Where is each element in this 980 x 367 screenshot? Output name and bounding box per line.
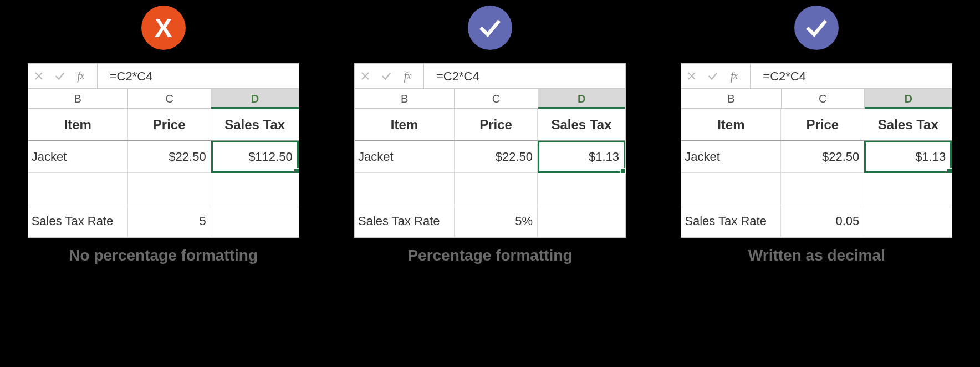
table-row: Jacket $22.50 $1.13 (355, 141, 625, 173)
col-header-d[interactable]: D (865, 89, 952, 109)
table-header-row: Item Price Sales Tax (355, 109, 625, 141)
cell-empty[interactable] (28, 173, 128, 205)
formula-input[interactable]: =C2*C4 (753, 67, 950, 86)
cancel-icon[interactable] (28, 64, 49, 88)
formula-bar: fx =C2*C4 (355, 64, 625, 89)
cell-price[interactable]: $22.50 (455, 141, 538, 173)
table-row (355, 173, 625, 205)
cell-empty[interactable] (864, 205, 952, 237)
cell-rate-label[interactable]: Sales Tax Rate (681, 205, 781, 237)
cell-rate-label[interactable]: Sales Tax Rate (28, 205, 128, 237)
col-header-c[interactable]: C (782, 89, 865, 109)
example-panel: fx =C2*C4 B C D Item Price Sales Tax Jac… (354, 6, 626, 264)
cell-tax-selected[interactable]: $112.50 (211, 141, 299, 173)
formula-input[interactable]: =C2*C4 (100, 67, 297, 86)
col-header-b[interactable]: B (355, 89, 455, 109)
cell-empty[interactable] (538, 205, 625, 237)
header-item[interactable]: Item (28, 109, 128, 141)
cell-empty[interactable] (211, 205, 299, 237)
cell-item[interactable]: Jacket (28, 141, 128, 173)
formula-bar: fx =C2*C4 (28, 64, 299, 89)
example-panel: fx =C2*C4 B C D Item Price Sales Tax Jac… (681, 6, 952, 264)
cell-empty[interactable] (455, 173, 538, 205)
cell-empty[interactable] (355, 173, 455, 205)
cell-item[interactable]: Jacket (355, 141, 455, 173)
table-row: Jacket $22.50 $1.13 (681, 141, 952, 173)
table-header-row: Item Price Sales Tax (28, 109, 299, 141)
caption: Percentage formatting (407, 247, 572, 264)
cell-rate[interactable]: 5% (455, 205, 538, 237)
caption: Written as decimal (748, 247, 885, 264)
table-row (28, 173, 299, 205)
cell-rate[interactable]: 0.05 (781, 205, 864, 237)
cell-item[interactable]: Jacket (681, 141, 781, 173)
cell-rate-label[interactable]: Sales Tax Rate (355, 205, 455, 237)
grid: Item Price Sales Tax Jacket $22.50 $112.… (28, 109, 299, 237)
cell-empty[interactable] (211, 173, 299, 205)
grid: Item Price Sales Tax Jacket $22.50 $1.13… (355, 109, 625, 237)
formula-input[interactable]: =C2*C4 (426, 67, 623, 86)
column-headers: B C D (355, 89, 625, 109)
cell-empty[interactable] (781, 173, 864, 205)
header-tax[interactable]: Sales Tax (538, 109, 625, 141)
header-price[interactable]: Price (781, 109, 864, 141)
cell-tax-selected[interactable]: $1.13 (538, 141, 625, 173)
x-icon: X (155, 13, 172, 43)
x-badge: X (141, 6, 186, 50)
cancel-icon[interactable] (355, 64, 376, 88)
column-headers: B C D (28, 89, 299, 109)
formula-bar: fx =C2*C4 (681, 64, 952, 89)
fx-icon[interactable]: fx (723, 64, 751, 88)
table-header-row: Item Price Sales Tax (681, 109, 952, 141)
cell-empty[interactable] (681, 173, 781, 205)
fx-icon[interactable]: fx (70, 64, 98, 88)
excel-window: fx =C2*C4 B C D Item Price Sales Tax Jac… (28, 63, 299, 238)
cell-tax-selected[interactable]: $1.13 (864, 141, 952, 173)
excel-window: fx =C2*C4 B C D Item Price Sales Tax Jac… (681, 63, 952, 238)
fx-icon[interactable]: fx (397, 64, 424, 88)
cell-empty[interactable] (538, 173, 625, 205)
cell-rate[interactable]: 5 (128, 205, 211, 237)
table-row (681, 173, 952, 205)
col-header-c[interactable]: C (455, 89, 538, 109)
check-icon[interactable] (702, 64, 723, 88)
check-icon[interactable] (376, 64, 397, 88)
table-row: Sales Tax Rate 0.05 (681, 205, 952, 237)
header-item[interactable]: Item (681, 109, 781, 141)
col-header-d[interactable]: D (211, 89, 298, 109)
cell-price[interactable]: $22.50 (781, 141, 864, 173)
header-tax[interactable]: Sales Tax (864, 109, 952, 141)
header-tax[interactable]: Sales Tax (211, 109, 299, 141)
header-item[interactable]: Item (355, 109, 455, 141)
col-header-b[interactable]: B (28, 89, 128, 109)
col-header-c[interactable]: C (128, 89, 211, 109)
cancel-icon[interactable] (681, 64, 702, 88)
table-row: Sales Tax Rate 5% (355, 205, 625, 237)
table-row: Jacket $22.50 $112.50 (28, 141, 299, 173)
check-icon[interactable] (49, 64, 70, 88)
col-header-d[interactable]: D (538, 89, 625, 109)
check-badge (468, 6, 512, 50)
header-price[interactable]: Price (455, 109, 538, 141)
column-headers: B C D (681, 89, 952, 109)
example-panel: X fx =C2*C4 B C D Item Price Sales Tax J (28, 6, 299, 264)
grid: Item Price Sales Tax Jacket $22.50 $1.13… (681, 109, 952, 237)
checkmark-icon (803, 14, 830, 42)
cell-empty[interactable] (128, 173, 211, 205)
col-header-b[interactable]: B (681, 89, 781, 109)
cell-price[interactable]: $22.50 (128, 141, 211, 173)
checkmark-icon (476, 14, 504, 42)
cell-empty[interactable] (864, 173, 952, 205)
table-row: Sales Tax Rate 5 (28, 205, 299, 237)
caption: No percentage formatting (69, 247, 258, 264)
excel-window: fx =C2*C4 B C D Item Price Sales Tax Jac… (354, 63, 626, 238)
header-price[interactable]: Price (128, 109, 211, 141)
check-badge (794, 6, 839, 50)
